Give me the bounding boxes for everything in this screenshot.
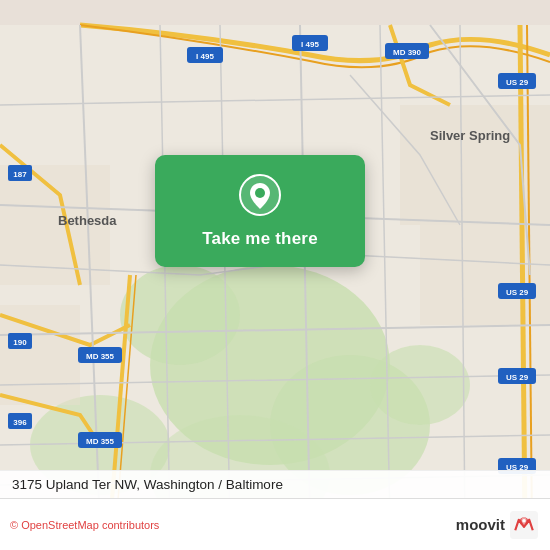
map-svg: I 495 I 495 MD 390 US 29 US 29 US 29 US … xyxy=(0,0,550,550)
address-text: 3175 Upland Ter NW, Washington / Baltimo… xyxy=(12,477,283,492)
attribution-suffix: contributors xyxy=(99,519,160,531)
moovit-logo: moovit xyxy=(456,511,538,539)
map-container: I 495 I 495 MD 390 US 29 US 29 US 29 US … xyxy=(0,0,550,550)
bottom-bar: © OpenStreetMap contributors moovit xyxy=(0,498,550,550)
svg-text:I 495: I 495 xyxy=(196,52,214,61)
svg-point-41 xyxy=(522,518,526,522)
address-bar: 3175 Upland Ter NW, Washington / Baltimo… xyxy=(0,470,550,498)
openstreetmap-link[interactable]: OpenStreetMap xyxy=(21,519,99,531)
attribution-prefix: © xyxy=(10,519,21,531)
svg-text:MD 390: MD 390 xyxy=(393,48,422,57)
take-me-there-button[interactable]: Take me there xyxy=(202,229,318,249)
moovit-brand-icon xyxy=(510,511,538,539)
moovit-text: moovit xyxy=(456,516,505,533)
svg-point-2 xyxy=(120,265,240,365)
svg-text:MD 355: MD 355 xyxy=(86,437,115,446)
svg-text:396: 396 xyxy=(13,418,27,427)
svg-text:I 495: I 495 xyxy=(301,40,319,49)
svg-text:187: 187 xyxy=(13,170,27,179)
svg-point-4 xyxy=(370,345,470,425)
svg-text:US 29: US 29 xyxy=(506,78,529,87)
svg-text:190: 190 xyxy=(13,338,27,347)
pin-icon xyxy=(238,173,282,217)
svg-point-38 xyxy=(255,188,265,198)
svg-text:US 29: US 29 xyxy=(506,373,529,382)
svg-text:US 29: US 29 xyxy=(506,288,529,297)
attribution: © OpenStreetMap contributors xyxy=(10,519,159,531)
location-card: Take me there xyxy=(155,155,365,267)
svg-text:Bethesda: Bethesda xyxy=(58,213,117,228)
svg-text:MD 355: MD 355 xyxy=(86,352,115,361)
svg-text:Silver Spring: Silver Spring xyxy=(430,128,510,143)
